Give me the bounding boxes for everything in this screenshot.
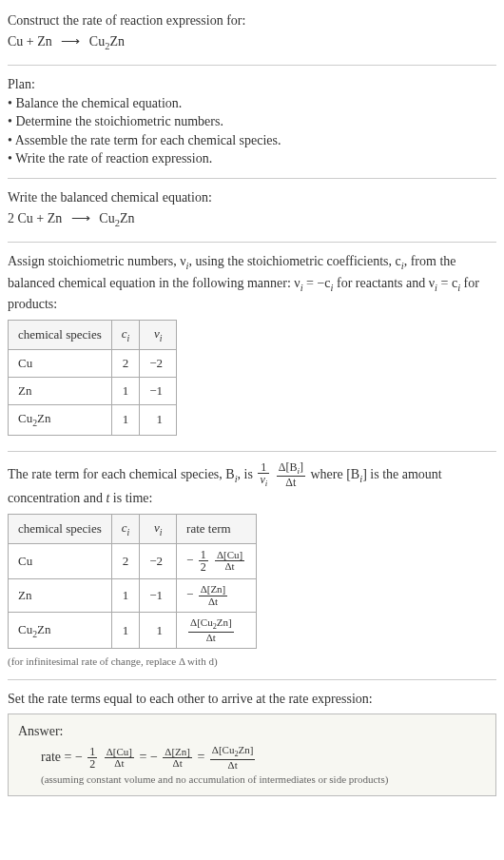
col-species: chemical species: [9, 320, 112, 349]
plan-title: Plan:: [8, 75, 496, 94]
plan-item: • Balance the chemical equation.: [8, 94, 496, 113]
col-rate-term: rate term: [177, 514, 257, 543]
balanced-intro: Write the balanced chemical equation:: [8, 188, 496, 207]
unbalanced-equation: Cu + Zn ⟶ Cu2Zn: [8, 32, 496, 53]
bal-rhs-a: Cu: [99, 211, 114, 225]
table-row: Cu2Zn 1 1: [9, 405, 177, 435]
plan-item: • Determine the stoichiometric numbers.: [8, 112, 496, 131]
plan-section: Plan: • Balance the chemical equation. •…: [8, 69, 496, 174]
bal-lhs: 2 Cu + Zn: [8, 211, 62, 225]
divider: [8, 178, 496, 179]
arrow-icon: ⟶: [66, 211, 96, 225]
table-row: Zn 1 −1 − Δ[Zn] Δt: [9, 578, 257, 612]
col-ci: ci: [111, 514, 140, 543]
rate-term-intro: The rate term for each chemical species,…: [8, 461, 496, 508]
table-row: Zn 1 −1: [9, 378, 177, 405]
eq-rhs-b: Zn: [109, 34, 125, 49]
divider: [8, 65, 496, 66]
balanced-section: Write the balanced chemical equation: 2 …: [8, 183, 496, 238]
divider: [8, 451, 496, 452]
rate-term-cell: − 1 2 Δ[Cu] Δt: [177, 543, 257, 578]
rate-term-cell: Δ[Cu2Zn] Δt: [177, 613, 257, 649]
table-row: Cu 2 −2 − 1 2 Δ[Cu] Δt: [9, 543, 257, 578]
frac-dB-dt: Δ[Bi] Δt: [275, 461, 307, 489]
table-header-row: chemical species ci νi: [9, 320, 177, 349]
eq-lhs: Cu + Zn: [8, 34, 52, 49]
final-intro: Set the rate terms equal to each other t…: [8, 690, 496, 709]
table-header-row: chemical species ci νi rate term: [9, 514, 257, 543]
plan-item: • Write the rate of reaction expression.: [8, 149, 496, 168]
divider: [8, 242, 496, 243]
rate-expression: rate = − 1 2 Δ[Cu] Δt = − Δ[Zn] Δt = Δ[C…: [41, 745, 486, 771]
rate-term-section: The rate term for each chemical species,…: [8, 456, 496, 675]
arrow-icon: ⟶: [55, 34, 86, 49]
table-row: Cu2Zn 1 1 Δ[Cu2Zn] Δt: [9, 613, 257, 649]
table-row: Cu 2 −2: [9, 349, 177, 377]
col-species: chemical species: [9, 514, 112, 543]
col-nui: νi: [140, 320, 177, 349]
bal-rhs-b: Zn: [120, 211, 135, 225]
rate-term-table: chemical species ci νi rate term Cu 2 −2…: [8, 514, 257, 650]
infinitesimal-note: (for infinitesimal rate of change, repla…: [8, 655, 496, 669]
answer-heading: Answer:: [18, 722, 486, 741]
stoich-table: chemical species ci νi Cu 2 −2 Zn 1 −1 C…: [8, 320, 177, 436]
col-ci: ci: [111, 320, 140, 349]
stoich-section: Assign stoichiometric numbers, νi, using…: [8, 246, 496, 446]
problem-header: Construct the rate of reaction expressio…: [8, 6, 496, 61]
balanced-equation: 2 Cu + Zn ⟶ Cu2Zn: [8, 209, 496, 230]
divider: [8, 679, 496, 680]
problem-prompt: Construct the rate of reaction expressio…: [8, 11, 496, 30]
frac-one-over-nu: 1 νi: [256, 461, 271, 489]
rate-term-cell: − Δ[Zn] Δt: [177, 578, 257, 612]
eq-rhs-a: Cu: [89, 34, 105, 49]
answer-box: Answer: rate = − 1 2 Δ[Cu] Δt = − Δ[Zn] …: [8, 713, 496, 795]
assumption-note: (assuming constant volume and no accumul…: [41, 772, 486, 787]
plan-item: • Assemble the rate term for each chemic…: [8, 131, 496, 150]
col-nui: νi: [140, 514, 177, 543]
stoich-intro: Assign stoichiometric numbers, νi, using…: [8, 252, 496, 314]
final-section: Set the rate terms equal to each other t…: [8, 684, 496, 802]
